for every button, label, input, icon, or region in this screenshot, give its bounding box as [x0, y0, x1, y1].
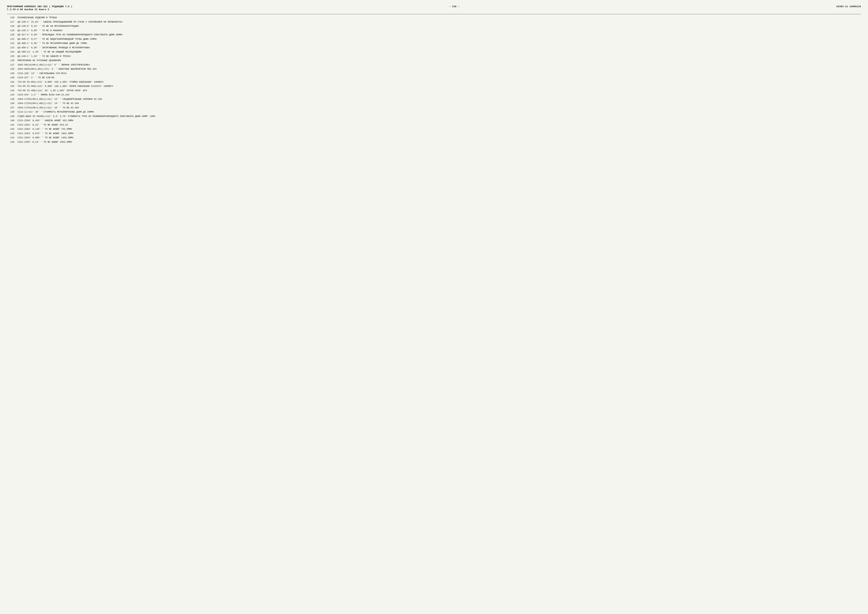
list-item: 116П2#КАБЕЛЬНЫЕ ИЗДЕНИЯ И ТРУБЫ#: [7, 16, 861, 19]
list-item: 139СТДОП.ВЫНЗ Ч5 П4286(=13)' 5,0' 3,78' …: [7, 115, 861, 118]
list-item: 130С153–227' 2' ' ТО ЖЕ СУВ–М#: [7, 76, 861, 79]
header-subtitle: Г.2–IV–3.90 Альбом I2 Книга 2: [7, 8, 49, 11]
row-number: 128: [7, 67, 17, 71]
row-content: 1504–17254(Н9=1,062)(=13)' 10' ' ТО ЖЕ К…: [17, 106, 861, 110]
list-item: 1361504–17253(Н9=1,082)(=13)' 14' ' ТО Ж…: [7, 102, 861, 105]
row-number: 116: [7, 16, 17, 19]
header-right: 24383-11 14890116: [836, 5, 861, 8]
list-item: 118Цб–14б–9' 9,33' ' ТО ЖЕ НА МЕТАЛЛОКОН…: [7, 25, 861, 28]
header-center: – I28 –: [449, 5, 459, 8]
content-list: 116П2#КАБЕЛЬНЫЕ ИЗДЕНИЯ И ТРУБЫ#117Цб–14…: [7, 16, 861, 144]
row-content: С153–228' 13' ' СВЕТИЛЬНИКИ СУП–МУ2#: [17, 72, 861, 75]
row-number: 134: [7, 93, 17, 96]
row-content: С153–254' 2,3' ' ЛАМПЫ В230–240–15,25#: [17, 93, 861, 96]
row-content: С151–2260' 0,445' ' КАБЕЛЬ АКВВГ 4Х2,5ММ…: [17, 119, 861, 122]
row-content: 1602–50114(Н9=1,082)(=13)' 6' ' ЗВОНКИ Э…: [17, 63, 861, 67]
row-number: 127: [7, 63, 17, 67]
list-item: 145С151–2265' 0,14' ' ТО ЖЕ АКВВГ 19Х2,5…: [7, 140, 861, 144]
row-content: С151–2264' 0,995' ' ТО ЖЕ АКВВГ 14Х2,5ММ…: [17, 136, 861, 140]
list-item: 143С151–2263' 0,075' ' ТО ЖЕ АКВВГ 10Х2,…: [7, 132, 861, 135]
list-item: 1281504–6029(Н9=1,08)(=13)' 4' ' ПАКЕТНЫ…: [7, 67, 861, 71]
list-item: 120Цб–417–3' 0,50' ' ПРОКЛАДКА ТРУБ ИЗ П…: [7, 33, 861, 37]
list-item: 122Цб–406–1' 6,36' ' ТО ЖЕ МЕТАЛЛОРУКАВА…: [7, 42, 861, 45]
list-item: 1351504–17252(Н9=1,082)(=13)' 13' ' СОЕД…: [7, 98, 861, 101]
row-content: Цб–14б–9' 9,33' ' ТО ЖЕ НА МЕТАЛЛОКОНСРУ…: [17, 25, 861, 28]
row-number: 139: [7, 115, 17, 118]
list-item: 124Цб–409–11' 1,49' ' ТО ЖЕ ЗА КАЖДЫЙ ПО…: [7, 50, 861, 54]
row-content: С151–2263' 0,075' ' ТО ЖЕ АКВВГ 10Х2,5ММ…: [17, 132, 861, 135]
row-content: С151–2262' 0,145' ' ТО ЖЕ АКВВГ 7Х2,5ММ#: [17, 127, 861, 131]
list-item: 117Цб–14б–1' 21,02' ' КАБЕЛЬ ПРОКЛАДЫВАЕ…: [7, 20, 861, 24]
row-content: Цб–406–1' 0,27' ' ТО ЖЕ ВОДОГАЗОПРОВОДНО…: [17, 37, 861, 41]
list-item: 138С113–1(=13)' 36' ' СТОИМОСТЬ МЕТАЛЛОР…: [7, 110, 861, 114]
row-content: РМАТЕРИАЛЫ НЕ УЧТЕННЫЕ ЦЕННИКОМ#: [17, 59, 861, 62]
row-number: 145: [7, 140, 17, 144]
row-number: 144: [7, 136, 17, 140]
row-content: С113–1(=13)' 36' ' СТОИМОСТЬ МЕТАЛЛОРУКО…: [17, 110, 861, 114]
row-number: 135: [7, 98, 17, 101]
row-content: Цб–149–1' 1,29' ' ТО ЖЕ КАБЕЛЯ В ТРУБУ#: [17, 54, 861, 58]
row-content: Цб–14б–1' 21,02' ' КАБЕЛЬ ПРОКЛАДЫВАЕМЫЙ…: [17, 20, 861, 24]
row-number: 119: [7, 29, 17, 33]
list-item: 132Т24–05 П1–969(=13)' 0,080' 130.1,082'…: [7, 85, 861, 88]
row-content: С151–2265' 0,14' ' ТО ЖЕ АКВВГ 19Х2,5ММ#: [17, 140, 861, 144]
row-content: Цб–409–1' 0,36' ' ЗАТЯГИВАНИЕ ПРОВОДА В …: [17, 46, 861, 50]
row-number: 125: [7, 54, 17, 58]
list-item: 1371504–17254(Н9=1,062)(=13)' 10' ' ТО Ж…: [7, 106, 861, 110]
list-item: 129С153–228' 13' ' СВЕТИЛЬНИКИ СУП–МУ2#: [7, 72, 861, 75]
header-left: ПРОГРАММНЫЙ КОМПЛЕКС АВС-ЗЕС ( РЕДАКЦИЯ …: [7, 5, 73, 8]
row-content: СТДОП.ВЫНЗ Ч5 П4286(=13)' 5,0' 3,78' СТО…: [17, 115, 861, 118]
list-item: 119Цб–145–1' 9,90' ' ТО ЖЕ В КАНАЛЕ#: [7, 29, 861, 33]
row-content: Т24–05 П1–468(=13)' 45' 1,85.1,082' ЛОТК…: [17, 89, 861, 92]
row-number: 123: [7, 46, 17, 50]
row-number: 122: [7, 42, 17, 45]
list-item: 126РМАТЕРИАЛЫ НЕ УЧТЕННЫЕ ЦЕННИКОМ#: [7, 59, 861, 62]
list-item: 123Цб–409–1' 0,36' ' ЗАТЯГИВАНИЕ ПРОВОДА…: [7, 46, 861, 50]
row-content: Цб–406–1' 6,36' ' ТО ЖЕ МЕТАЛЛОРУКАВА ДИ…: [17, 42, 861, 45]
list-item: 142С151–2262' 0,145' ' ТО ЖЕ АКВВГ 7Х2,5…: [7, 127, 861, 131]
row-number: 143: [7, 132, 17, 135]
row-number: 120: [7, 33, 17, 37]
row-number: 131: [7, 80, 17, 84]
row-number: 124: [7, 50, 17, 54]
row-number: 132: [7, 85, 17, 88]
list-item: 125Цб–149–1' 1,29' ' ТО ЖЕ КАБЕЛЯ В ТРУБ…: [7, 54, 861, 58]
row-number: 142: [7, 127, 17, 131]
row-content: 1504–17253(Н9=1,082)(=13)' 14' ' ТО ЖЕ К…: [17, 102, 861, 105]
list-item: 133Т24–05 П1–468(=13)' 45' 1,85.1,082' Л…: [7, 89, 861, 92]
row-content: Т24–05 П1–969(=13)' 0,080' 130.1,082' ПО…: [17, 85, 861, 88]
row-number: 138: [7, 110, 17, 114]
list-item: 144С151–2264' 0,995' ' ТО ЖЕ АКВВГ 14Х2,…: [7, 136, 861, 140]
list-item: 141С151–2261' 0,25' ' ТО ЖЕ АКВВГ 5Х2,5#: [7, 123, 861, 127]
row-content: Т24–05 П1–861(=13)' 0,080' 220.1,082' СТ…: [17, 80, 861, 84]
list-item: 131Т24–05 П1–861(=13)' 0,080' 220.1,082'…: [7, 80, 861, 84]
row-content: Цб–409–11' 1,49' ' ТО ЖЕ ЗА КАЖДЫЙ ПОСЛЕ…: [17, 50, 861, 54]
list-item: 140С151–2260' 0,445' ' КАБЕЛЬ АКВВГ 4Х2,…: [7, 119, 861, 122]
row-number: 117: [7, 20, 17, 24]
row-number: 129: [7, 72, 17, 75]
row-content: П2#КАБЕЛЬНЫЕ ИЗДЕНИЯ И ТРУБЫ#: [17, 16, 861, 19]
row-content: 1504–6029(Н9=1,08)(=13)' 4' ' ПАКЕТНЫЕ В…: [17, 67, 861, 71]
list-item: 121Цб–406–1' 0,27' ' ТО ЖЕ ВОДОГАЗОПРОВО…: [7, 37, 861, 41]
row-content: С153–227' 2' ' ТО ЖЕ СУВ–М#: [17, 76, 861, 79]
row-number: 118: [7, 25, 17, 28]
row-content: Цб–145–1' 9,90' ' ТО ЖЕ В КАНАЛЕ#: [17, 29, 861, 33]
row-content: С151–2261' 0,25' ' ТО ЖЕ АКВВГ 5Х2,5#: [17, 123, 861, 127]
row-number: 130: [7, 76, 17, 79]
row-number: 137: [7, 106, 17, 110]
row-number: 126: [7, 59, 17, 62]
list-item: 1271602–50114(Н9=1,082)(=13)' 6' ' ЗВОНК…: [7, 63, 861, 67]
row-content: Цб–417–3' 0,50' ' ПРОКЛАДКА ТРУБ ИЗ ПОЛИ…: [17, 33, 861, 37]
row-number: 133: [7, 89, 17, 92]
row-number: 136: [7, 102, 17, 105]
row-number: 141: [7, 123, 17, 127]
list-item: 134С153–254' 2,3' ' ЛАМПЫ В230–240–15,25…: [7, 93, 861, 96]
row-number: 121: [7, 37, 17, 41]
row-number: 140: [7, 119, 17, 122]
page-header: ПРОГРАММНЫЙ КОМПЛЕКС АВС-ЗЕС ( РЕДАКЦИЯ …: [7, 5, 861, 11]
row-content: 1504–17252(Н9=1,082)(=13)' 13' ' СОЕДИНИ…: [17, 98, 861, 101]
